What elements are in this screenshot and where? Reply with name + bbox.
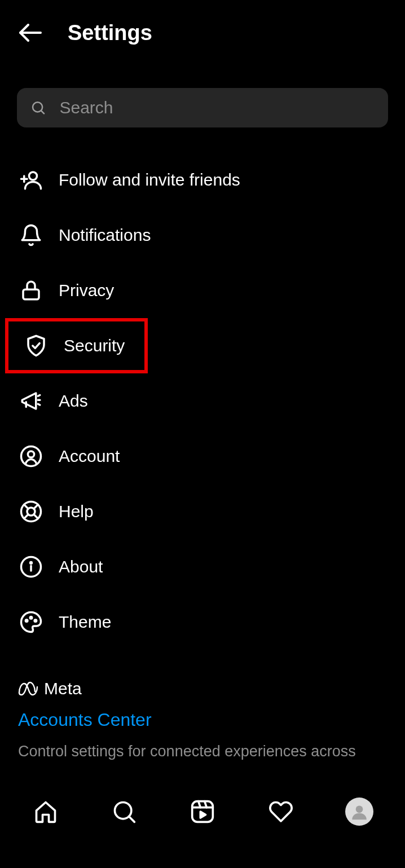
search-icon xyxy=(112,799,137,824)
avatar-icon xyxy=(345,797,373,826)
menu-label: Account xyxy=(59,447,120,466)
meta-brand-text: Meta xyxy=(44,679,82,698)
svg-point-18 xyxy=(25,620,28,622)
nav-home[interactable] xyxy=(32,797,60,826)
svg-point-8 xyxy=(28,451,34,457)
person-add-icon xyxy=(19,168,43,192)
user-circle-icon xyxy=(19,444,43,468)
home-icon xyxy=(33,799,58,824)
menu-label: Notifications xyxy=(59,226,151,245)
header: Settings xyxy=(0,0,405,65)
life-buoy-icon xyxy=(19,500,43,523)
nav-profile[interactable] xyxy=(345,797,373,826)
svg-point-3 xyxy=(29,172,37,180)
svg-point-17 xyxy=(30,562,32,564)
svg-rect-6 xyxy=(23,289,39,299)
menu-label: Security xyxy=(64,336,125,355)
meta-icon xyxy=(18,681,39,696)
search-bar[interactable] xyxy=(17,88,388,127)
menu-label: Privacy xyxy=(59,281,114,300)
menu-label: Help xyxy=(59,502,94,521)
accounts-center-link[interactable]: Accounts Center xyxy=(18,710,387,730)
reels-icon xyxy=(190,799,215,824)
svg-point-20 xyxy=(34,620,37,622)
menu-item-security[interactable]: Security xyxy=(5,318,148,373)
svg-point-7 xyxy=(21,447,41,466)
nav-reels[interactable] xyxy=(188,797,217,826)
search-icon xyxy=(30,99,46,116)
menu-item-about[interactable]: About xyxy=(0,539,405,594)
bottom-nav xyxy=(0,789,405,834)
meta-section: Meta Accounts Center Control settings fo… xyxy=(0,679,405,763)
page-title: Settings xyxy=(68,21,152,45)
megaphone-icon xyxy=(19,389,43,413)
svg-line-11 xyxy=(24,505,28,509)
svg-rect-23 xyxy=(192,801,213,822)
nav-activity[interactable] xyxy=(267,797,295,826)
svg-point-28 xyxy=(355,805,363,813)
menu-label: Follow and invite friends xyxy=(59,170,240,190)
back-button[interactable] xyxy=(16,18,45,47)
menu-item-help[interactable]: Help xyxy=(0,484,405,539)
menu-label: Theme xyxy=(59,613,111,632)
search-input[interactable] xyxy=(59,98,375,117)
lock-icon xyxy=(19,279,43,302)
menu-label: Ads xyxy=(59,391,88,411)
svg-point-19 xyxy=(30,616,32,619)
svg-line-2 xyxy=(41,111,44,113)
palette-icon xyxy=(19,610,43,634)
menu-label: About xyxy=(59,557,103,576)
menu-item-account[interactable]: Account xyxy=(0,429,405,484)
menu-item-follow-invite[interactable]: Follow and invite friends xyxy=(0,152,405,208)
menu-item-theme[interactable]: Theme xyxy=(0,594,405,650)
shield-check-icon xyxy=(24,334,48,358)
svg-line-14 xyxy=(24,514,28,518)
arrow-left-icon xyxy=(17,19,44,46)
menu-item-privacy[interactable]: Privacy xyxy=(0,263,405,318)
svg-line-12 xyxy=(34,514,38,518)
svg-line-13 xyxy=(34,505,38,509)
meta-logo: Meta xyxy=(18,679,387,698)
menu-item-notifications[interactable]: Notifications xyxy=(0,208,405,263)
bell-icon xyxy=(19,223,43,247)
info-icon xyxy=(19,555,43,579)
settings-menu: Follow and invite friends Notifications … xyxy=(0,152,405,650)
heart-icon xyxy=(268,799,293,824)
meta-description: Control settings for connected experienc… xyxy=(18,741,387,763)
svg-line-22 xyxy=(129,817,135,822)
svg-marker-27 xyxy=(200,812,205,818)
menu-item-ads[interactable]: Ads xyxy=(0,373,405,429)
nav-search[interactable] xyxy=(110,797,138,826)
